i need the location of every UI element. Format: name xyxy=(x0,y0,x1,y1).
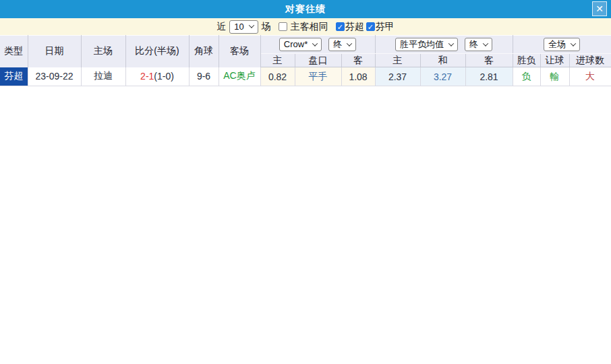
table-row: 芬超 23-09-22 拉迪 2-1(1-0) 9-6 AC奥卢 0.82 平手… xyxy=(0,67,611,86)
cell-odds-draw: 3.27 xyxy=(420,67,465,86)
close-icon: ✕ xyxy=(595,4,604,13)
chevron-down-icon xyxy=(483,40,488,46)
cell-ah-result: 輸 xyxy=(540,67,569,86)
recent-count-value: 10 xyxy=(234,22,243,32)
odds-time-select[interactable]: 终 xyxy=(465,38,492,51)
subcol-odds-draw: 和 xyxy=(420,54,465,67)
odds-time-value: 终 xyxy=(469,38,478,51)
chevron-down-icon xyxy=(347,40,352,46)
scope-select-value: 全场 xyxy=(548,38,566,51)
cell-result: 负 xyxy=(513,67,540,86)
recent-label: 近 xyxy=(216,21,226,33)
subcol-odds-home: 主 xyxy=(375,54,420,67)
league-fenchao-checkbox[interactable]: ✓ xyxy=(336,22,345,31)
cell-corners: 9-6 xyxy=(189,67,219,86)
col-header-away: 客场 xyxy=(219,36,260,67)
bookmaker-select-value: Crow* xyxy=(284,39,308,49)
scope-controls-cell: 全场 xyxy=(513,36,611,54)
recent-count-select[interactable]: 10 xyxy=(229,20,258,34)
odds-mode-select[interactable]: 胜平负均值 xyxy=(395,38,458,51)
cell-score: 2-1(1-0) xyxy=(125,67,189,86)
header-row-controls: 类型 日期 主场 比分(半场) 角球 客场 Crow* 终 xyxy=(0,36,611,54)
cell-home-team: 拉迪 xyxy=(81,67,125,86)
subcol-odds-away: 客 xyxy=(465,54,513,67)
window-title: 对赛往绩 xyxy=(285,3,326,16)
handicap-controls-cell: Crow* 终 xyxy=(260,36,375,54)
subcol-result: 胜负 xyxy=(513,54,540,67)
cell-league: 芬超 xyxy=(0,67,28,86)
cell-away-team: AC奥卢 xyxy=(219,67,260,86)
chevron-down-icon xyxy=(312,40,318,46)
cell-date: 23-09-22 xyxy=(28,67,81,86)
chevron-down-icon xyxy=(448,40,454,46)
handicap-time-value: 终 xyxy=(333,38,342,51)
scope-select[interactable]: 全场 xyxy=(544,38,580,51)
subcol-ah-line: 盘口 xyxy=(295,54,341,67)
col-header-type: 类型 xyxy=(0,36,28,67)
match-history-table: 类型 日期 主场 比分(半场) 角球 客场 Crow* 终 xyxy=(0,35,611,86)
close-button[interactable]: ✕ xyxy=(592,1,607,16)
odds-mode-value: 胜平负均值 xyxy=(400,38,444,51)
check-icon: ✓ xyxy=(337,23,344,31)
filter-bar: 近 10 场 主客相同 ✓ 芬超 ✓ 芬甲 xyxy=(0,18,611,35)
chevron-down-icon xyxy=(248,22,254,28)
match-history-window: 对赛往绩 ✕ 近 10 场 主客相同 ✓ 芬超 ✓ 芬甲 xyxy=(0,0,611,364)
unit-label: 场 xyxy=(262,21,271,33)
same-home-away-label: 主客相同 xyxy=(291,21,328,33)
cell-ah-line: 平手 xyxy=(295,67,341,86)
chevron-down-icon xyxy=(571,40,576,46)
cell-odds-home: 2.37 xyxy=(375,67,420,86)
handicap-time-select[interactable]: 终 xyxy=(328,38,356,51)
cell-ah-home: 0.82 xyxy=(260,67,295,86)
cell-odds-away: 2.81 xyxy=(465,67,513,86)
odds-controls-cell: 胜平负均值 终 xyxy=(375,36,513,54)
col-header-home: 主场 xyxy=(81,36,125,67)
subcol-ah-result: 让球 xyxy=(540,54,569,67)
cell-goal-total: 大 xyxy=(569,67,611,86)
subcol-goals: 进球数 xyxy=(569,54,611,67)
league-fenchao-label: 芬超 xyxy=(345,21,364,33)
bookmaker-select[interactable]: Crow* xyxy=(279,38,322,51)
league-fenjia-label: 芬甲 xyxy=(376,21,395,33)
subcol-ah-home: 主 xyxy=(260,54,295,67)
same-home-away-checkbox[interactable] xyxy=(279,22,287,31)
col-header-score: 比分(半场) xyxy=(125,36,189,67)
col-header-date: 日期 xyxy=(28,36,81,67)
league-fenjia-checkbox[interactable]: ✓ xyxy=(366,22,375,31)
half-time-score: (1-0) xyxy=(154,71,174,82)
title-bar: 对赛往绩 ✕ xyxy=(0,0,611,18)
check-icon: ✓ xyxy=(367,23,374,31)
cell-ah-away: 1.08 xyxy=(341,67,375,86)
col-header-corners: 角球 xyxy=(189,36,219,67)
subcol-ah-away: 客 xyxy=(341,54,375,67)
full-time-score: 2-1 xyxy=(140,71,154,82)
